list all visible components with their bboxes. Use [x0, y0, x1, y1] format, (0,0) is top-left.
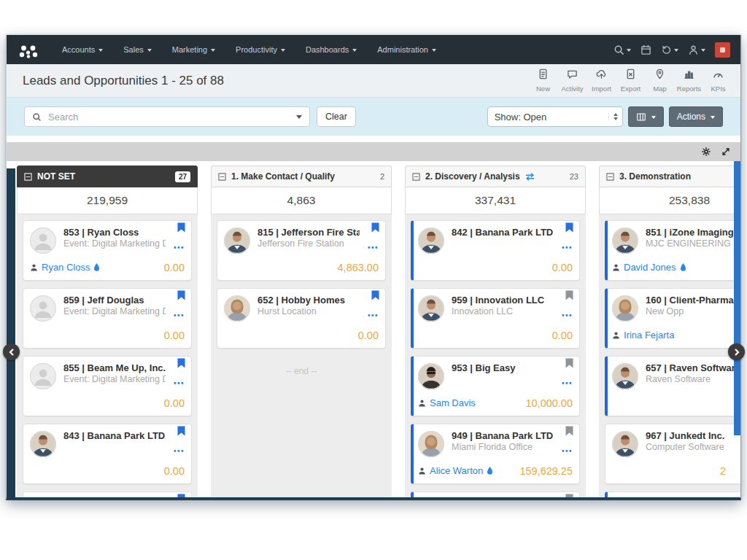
card-menu-ellipsis[interactable]: •••: [174, 379, 185, 387]
expand-icon[interactable]: [721, 147, 731, 157]
show-filter-select[interactable]: Show: Open: [487, 106, 623, 127]
avatar: [224, 295, 250, 324]
bookmark-icon[interactable]: [177, 426, 185, 439]
opportunity-card[interactable]: 956 | Mento MusicMore Inc.Tom Franks•••: [605, 491, 740, 497]
lane-header[interactable]: 1. Make Contact / Qualify2: [211, 166, 392, 187]
opportunity-card[interactable]: 910 | Ryan ClossEvent: Digital Marketing…: [411, 491, 580, 497]
nav-menu-sales[interactable]: Sales: [113, 35, 162, 64]
map-button[interactable]: Map: [646, 66, 673, 95]
assignee-link[interactable]: David Jones: [612, 262, 686, 273]
search-caret-icon[interactable]: [296, 115, 302, 119]
view-kanban-button[interactable]: [628, 106, 664, 127]
card-menu-ellipsis[interactable]: •••: [562, 244, 573, 252]
nav-menu-marketing[interactable]: Marketing: [162, 35, 225, 64]
nav-menu-administration[interactable]: Administration: [367, 35, 446, 64]
nav-user-icon[interactable]: [688, 44, 705, 55]
opportunity-card[interactable]: 815 | Jefferson Fire StationJefferson Fi…: [217, 220, 386, 281]
collapse-lane-icon[interactable]: [24, 173, 32, 181]
bookmark-icon[interactable]: [177, 358, 185, 371]
card-menu-ellipsis[interactable]: •••: [174, 447, 185, 455]
lane-header[interactable]: NOT SET27: [17, 166, 198, 187]
carousel-prev-button[interactable]: [3, 343, 20, 360]
activity-button[interactable]: Activity: [559, 66, 586, 95]
alert-button[interactable]: [715, 42, 730, 58]
actions-button[interactable]: Actions: [669, 106, 723, 127]
card-title: 949 | Banana Park LTD: [452, 430, 554, 442]
search-input[interactable]: Search: [24, 106, 310, 127]
lane-header[interactable]: 2. Discovery / Analysis23: [405, 166, 586, 187]
chevron-down-icon: [281, 49, 285, 52]
kpis-button[interactable]: KPIs: [705, 66, 732, 95]
nav-calendar-icon[interactable]: [640, 44, 651, 55]
card-subtitle: Innovation LLC: [452, 306, 554, 317]
top-nav: AccountsSalesMarketingProductivityDashbo…: [7, 35, 740, 64]
opportunity-card[interactable]: 855 | Beam Me Up, Inc.Event: Digital Mar…: [23, 356, 192, 416]
collapse-lane-icon[interactable]: [412, 173, 420, 181]
opportunity-card[interactable]: 953 | Big EasySam Davis10,000.00•••: [411, 356, 580, 416]
import-button[interactable]: Import: [588, 66, 615, 95]
card-menu-ellipsis[interactable]: •••: [174, 244, 185, 252]
assignee-link[interactable]: Alice Warton: [418, 465, 493, 476]
opportunity-card[interactable]: 853 | Ryan ClossEvent: Digital Marketing…: [23, 220, 192, 281]
bookmark-icon[interactable]: [177, 290, 185, 303]
collapse-lane-icon[interactable]: [218, 173, 226, 181]
new-button[interactable]: New: [530, 66, 557, 95]
avatar: [612, 295, 638, 324]
opportunity-card[interactable]: 967 | Junkedt Inc.Computer Software2•••: [605, 424, 740, 484]
nav-menu-dashboards[interactable]: Dashboards: [295, 35, 367, 64]
opportunity-card[interactable]: 652 | Hobby HomesHurst Location0.00•••: [217, 288, 386, 349]
nav-menu-productivity[interactable]: Productivity: [225, 35, 295, 64]
nav-menu-accounts[interactable]: Accounts: [52, 35, 113, 64]
clear-button[interactable]: Clear: [317, 106, 356, 127]
assignee-link[interactable]: Ryan Closs: [30, 262, 100, 273]
card-text: 959 | Innovation LLCInnovation LLC: [452, 295, 554, 324]
card-menu-ellipsis[interactable]: •••: [174, 311, 185, 319]
card-text: 843 | Banana Park LTD: [63, 430, 166, 460]
kanban-view-icon: [636, 112, 646, 122]
bookmark-icon[interactable]: [565, 494, 573, 497]
opportunity-card[interactable]: 160 | Client-Pharma, Ltd.New OppIrina Fe…: [605, 288, 740, 349]
bookmark-icon[interactable]: [565, 290, 573, 303]
bookmark-icon[interactable]: [371, 290, 379, 303]
bookmark-icon[interactable]: [565, 222, 573, 236]
bookmark-icon[interactable]: [177, 222, 185, 236]
bookmark-icon[interactable]: [565, 426, 573, 439]
card-subtitle: MJC ENGINEERING: [646, 238, 740, 249]
mothernode-logo-icon[interactable]: [18, 40, 40, 59]
card-top: 657 | Raven Software Solutions InRaven S…: [612, 362, 740, 392]
new-document-icon: [538, 69, 549, 82]
card-menu-ellipsis[interactable]: •••: [562, 447, 573, 455]
export-button[interactable]: Export: [617, 66, 644, 95]
assignee-link[interactable]: Irina Fejarta: [612, 330, 674, 341]
avatar: [418, 295, 444, 324]
opportunity-card[interactable]: 851 | iZone ImagingMJC ENGINEERINGDavid …: [605, 220, 740, 281]
card-top: 815 | Jefferson Fire StationJefferson Fi…: [224, 227, 379, 257]
opportunity-card[interactable]: 859 | Jeff DouglasEvent: Digital Marketi…: [23, 288, 192, 349]
card-top: 859 | Jeff DouglasEvent: Digital Marketi…: [30, 295, 185, 324]
card-menu-ellipsis[interactable]: •••: [368, 244, 379, 252]
collapse-lane-icon[interactable]: [606, 173, 614, 181]
nav-search-icon[interactable]: [614, 44, 631, 55]
opportunity-card[interactable]: 842 | Banana Park LTD0.00•••: [411, 220, 580, 281]
opportunity-card[interactable]: 843 | Banana Park LTD0.00•••: [23, 424, 192, 484]
assignee-link[interactable]: Sam Davis: [418, 397, 476, 408]
settings-gear-icon[interactable]: [701, 147, 711, 157]
card-subtitle: Raven Software: [646, 374, 740, 385]
opportunity-card[interactable]: 751 | Mothernode CRMSample LeadSally Mao…: [23, 491, 192, 497]
bookmark-icon[interactable]: [565, 358, 573, 371]
card-title: 851 | iZone Imaging: [646, 227, 740, 238]
carousel-next-button[interactable]: [728, 343, 745, 360]
bookmark-icon[interactable]: [371, 222, 379, 236]
lane-header[interactable]: 3. Demonstration: [599, 166, 740, 187]
opportunity-card[interactable]: 959 | Innovation LLCInnovation LLC0.00••…: [411, 288, 580, 349]
nav-history-icon[interactable]: [661, 44, 678, 55]
opportunity-card[interactable]: 949 | Banana Park LTDMiami Florida Offic…: [411, 424, 580, 484]
opportunity-card[interactable]: 657 | Raven Software Solutions InRaven S…: [605, 356, 740, 416]
card-menu-ellipsis[interactable]: •••: [562, 379, 573, 387]
card-menu-ellipsis[interactable]: •••: [368, 311, 379, 319]
bookmark-icon[interactable]: [177, 494, 185, 497]
card-menu-ellipsis[interactable]: •••: [562, 311, 573, 319]
activity-icon: [567, 69, 578, 82]
select-stepper-icon: [608, 113, 618, 120]
reports-button[interactable]: Reports: [676, 66, 703, 95]
